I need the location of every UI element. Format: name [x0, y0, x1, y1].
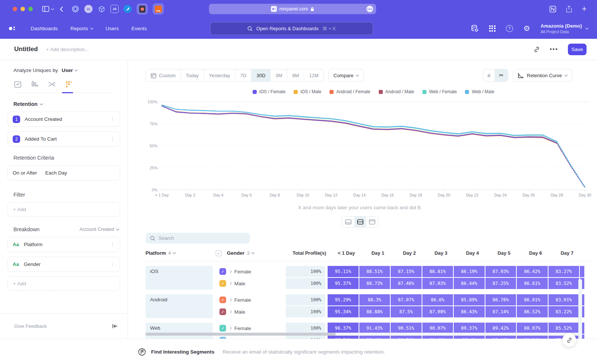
column-header-day-7[interactable]: Day 7	[551, 250, 583, 256]
series-checkbox[interactable]: ✓	[219, 308, 226, 315]
address-bar[interactable]: mixpanel.com •••	[209, 4, 376, 14]
column-header-day-1[interactable]: Day 1	[362, 250, 394, 256]
chart-type-button[interactable]: Retention Curve	[513, 69, 572, 82]
date-range-30d[interactable]: 30D	[251, 69, 271, 81]
gender-cell[interactable]: ✓Male	[216, 306, 286, 317]
js-extension-icon[interactable]: JS	[110, 5, 119, 13]
retention-value-cell[interactable]: 87.15%	[391, 266, 422, 277]
global-search[interactable]: Open Reports & Dashboards ⌘ + K	[210, 22, 373, 35]
retention-value-cell[interactable]: 85.89%	[454, 294, 485, 305]
retention-value-cell[interactable]: 83.27%	[548, 266, 579, 277]
vertical-scrollbar[interactable]	[578, 279, 582, 339]
expand-chevron-icon[interactable]	[229, 270, 232, 273]
legend-item[interactable]: Android / Female	[329, 89, 370, 94]
copy-link-icon[interactable]	[534, 46, 540, 53]
column-header---1-day[interactable]: < 1 Day	[331, 250, 362, 256]
retention-step-card[interactable]: 1Account Created⋮	[7, 112, 120, 127]
layout-table-only-button[interactable]	[366, 217, 378, 227]
retention-value-cell[interactable]: 86.6%	[422, 294, 453, 305]
series-checkbox[interactable]: ✓	[219, 296, 226, 303]
save-button[interactable]: Save	[568, 44, 587, 55]
retention-value-cell[interactable]: 95.29%	[328, 294, 359, 305]
retention-value-cell[interactable]: 87.08%	[422, 306, 453, 317]
soundcloud-extension-icon[interactable]	[153, 3, 164, 15]
tab-flows-icon[interactable]	[48, 81, 56, 88]
platform-column-header[interactable]: Platform4	[146, 250, 216, 256]
retention-value-cell[interactable]: 90.51%	[391, 323, 422, 334]
date-range-6m[interactable]: 6M	[287, 69, 304, 81]
more-options-button[interactable]: •••	[550, 46, 558, 53]
retention-value-cell[interactable]: 91.43%	[359, 323, 390, 334]
back-button[interactable]	[60, 6, 63, 12]
column-header-day-2[interactable]: Day 2	[394, 250, 425, 256]
target-extension-icon[interactable]	[71, 5, 79, 13]
retention-value-cell[interactable]: 86.19%	[454, 266, 485, 277]
retention-section-header[interactable]: Retention	[13, 101, 114, 107]
project-switcher[interactable]: Amazonia {Demo} All Project Data	[541, 23, 588, 34]
breakdown-more-button[interactable]: ⋮	[110, 261, 115, 267]
step-more-button[interactable]: ⋮	[110, 116, 115, 122]
retention-value-cell[interactable]: 95.34%	[328, 306, 359, 317]
gender-cell[interactable]: ✓Male	[216, 278, 286, 289]
gender-cell[interactable]: ✓Female	[216, 323, 286, 334]
new-tab-icon[interactable]: +	[582, 4, 587, 14]
layout-chart-only-button[interactable]	[342, 217, 354, 227]
horizontal-scrollbar[interactable]	[146, 333, 580, 336]
retention-value-cell[interactable]: 95.11%	[328, 266, 359, 277]
retention-value-cell[interactable]: 88.73%	[359, 278, 390, 289]
breakdown-add-button[interactable]: + Add	[7, 276, 120, 291]
breakdown-item-platform[interactable]: AaPlatform⋮	[7, 237, 120, 252]
date-range-3m[interactable]: 3M	[271, 69, 287, 81]
date-range-custom[interactable]: Custom	[146, 69, 181, 81]
retention-value-cell[interactable]: 86.42%	[517, 266, 548, 277]
legend-item[interactable]: iOS / Female	[253, 89, 285, 94]
retention-step-card[interactable]: 2Added To Cart⋮	[7, 131, 120, 147]
criteria-card[interactable]: On or After Each Day	[7, 165, 120, 181]
apps-grid-icon[interactable]	[489, 25, 496, 32]
nav-link-users[interactable]: Users	[106, 26, 119, 31]
column-header-day-4[interactable]: Day 4	[457, 250, 488, 256]
retention-value-cell[interactable]: 88.88%	[359, 306, 390, 317]
retention-value-cell[interactable]: 83.22%	[548, 306, 579, 317]
retention-value-cell[interactable]: 90.07%	[422, 323, 453, 334]
retention-value-cell[interactable]: 88.51%	[359, 266, 390, 277]
retention-value-cell[interactable]: 88.07%	[517, 323, 548, 334]
sidebar-toggle-icon[interactable]	[42, 6, 54, 12]
window-close-button[interactable]	[13, 7, 17, 11]
retention-value-cell[interactable]: 86.01%	[517, 294, 548, 305]
gender-cell[interactable]: ✓Female	[216, 266, 286, 277]
retention-value-cell[interactable]: 83.01%	[548, 294, 579, 305]
date-range-today[interactable]: Today	[181, 69, 204, 81]
retention-value-cell[interactable]: 86.44%	[454, 278, 485, 289]
legend-item[interactable]: Web / Male	[465, 89, 494, 94]
criteria-on-or-after[interactable]: On or After	[13, 170, 37, 176]
settings-gear-icon[interactable]: ⚙	[523, 24, 530, 33]
layout-split-button[interactable]	[354, 217, 366, 227]
series-checkbox[interactable]: ✓	[219, 325, 226, 332]
table-search-input[interactable]: Search	[146, 233, 250, 244]
gender-cell[interactable]: ✓Female	[216, 294, 286, 305]
retention-value-cell[interactable]: 89.42%	[485, 323, 516, 334]
retention-value-cell[interactable]: 86.76%	[485, 294, 516, 305]
nav-link-reports[interactable]: Reports	[71, 26, 93, 31]
filter-add-button[interactable]: + Add	[7, 202, 120, 217]
retention-value-cell[interactable]: 87.03%	[485, 266, 516, 277]
retention-value-cell[interactable]: 85.52%	[548, 323, 579, 334]
tab-insights-icon[interactable]	[13, 81, 22, 88]
annotations-toggle-icon[interactable]: #	[483, 69, 495, 81]
retention-value-cell[interactable]: 87.07%	[391, 294, 422, 305]
breakdown-selector[interactable]: Account Created	[79, 227, 119, 232]
window-minimize-button[interactable]	[21, 7, 25, 11]
window-zoom-button[interactable]	[28, 7, 33, 11]
legend-item[interactable]: iOS / Male	[294, 89, 321, 94]
gender-column-header[interactable]: −Gender3	[216, 250, 289, 256]
step-more-button[interactable]: ⋮	[110, 136, 115, 142]
notion-icon[interactable]	[549, 6, 556, 13]
series-checkbox[interactable]: ✓	[219, 280, 226, 287]
mixpanel-logo[interactable]	[9, 26, 15, 30]
address-bar-more-button[interactable]: •••	[366, 6, 373, 12]
retention-value-cell[interactable]: 86.43%	[454, 306, 485, 317]
add-description-field[interactable]: + Add description...	[46, 47, 89, 52]
retention-value-cell[interactable]: 87.03%	[422, 278, 453, 289]
notes-app-extension-icon[interactable]	[137, 3, 148, 15]
